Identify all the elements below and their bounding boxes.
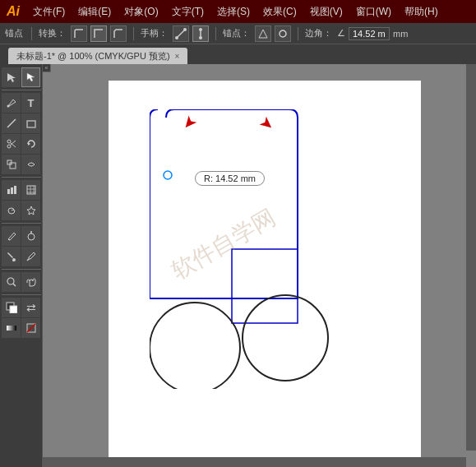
- tool-row-4: [2, 134, 40, 154]
- tool-row-5: [2, 155, 40, 174]
- horizontal-scrollbar[interactable]: [43, 457, 466, 467]
- star-tool-icon: [25, 205, 37, 216]
- anchor-btn-1[interactable]: [255, 25, 271, 42]
- pencil-tool-btn[interactable]: [2, 226, 21, 246]
- svg-line-11: [7, 119, 16, 127]
- paint-bucket-btn[interactable]: [2, 247, 21, 266]
- svg-line-29: [8, 239, 10, 240]
- svg-point-43: [164, 171, 172, 179]
- note-shape-svg: [150, 109, 330, 389]
- graph-tool-icon: [6, 184, 17, 196]
- menu-type[interactable]: 文字(T): [167, 3, 209, 21]
- tool-row-3: [2, 113, 40, 133]
- direct-select-tool-icon: [25, 72, 37, 83]
- paint-bucket-icon: [6, 251, 17, 262]
- panel-collapse-indicator[interactable]: «: [43, 64, 51, 72]
- corner-type-btn-3[interactable]: [110, 25, 127, 42]
- tool-row-10: [2, 272, 40, 292]
- corner-radius-input[interactable]: [349, 27, 390, 40]
- anchor2-label: 锚点：: [223, 27, 250, 39]
- warp-tool-btn[interactable]: [21, 155, 40, 174]
- svg-point-10: [7, 105, 9, 108]
- tool-row-9: [2, 247, 40, 266]
- svg-point-4: [199, 36, 202, 39]
- star-tool-btn[interactable]: [21, 201, 40, 220]
- eyedropper-btn[interactable]: [21, 247, 40, 266]
- corner-type-icon-2: [93, 28, 104, 39]
- title-bar: Ai 文件(F) 编辑(E) 对象(O) 文字(T) 选择(S) 效果(C) 视…: [0, 0, 476, 23]
- canvas-area: ➤ ➤ R: 14.52 mm 软件自学网 «: [43, 64, 476, 467]
- rotate-tool-btn[interactable]: [21, 134, 40, 154]
- svg-point-2: [183, 28, 187, 31]
- grid-tool-btn[interactable]: [21, 180, 40, 200]
- tool-sep-4: [2, 269, 41, 270]
- rotate-tool-icon: [25, 138, 37, 150]
- svg-point-41: [150, 303, 240, 389]
- tool-row-7: [2, 201, 40, 220]
- none-fill-icon: [25, 322, 37, 334]
- menu-select[interactable]: 选择(S): [212, 3, 255, 21]
- tool-sep-2: [2, 177, 41, 178]
- document-tab[interactable]: 未标题-1* @ 100% (CMYK/GPU 预览) ×: [8, 48, 187, 64]
- anchor-label: 锚点: [5, 27, 23, 39]
- svg-rect-22: [14, 186, 16, 194]
- fill-icon: [6, 302, 17, 313]
- anchor-btn-2[interactable]: [275, 25, 291, 42]
- gradient-icon: [6, 322, 17, 334]
- svg-point-1: [175, 36, 178, 39]
- pencil-tool-icon: [6, 230, 17, 242]
- svg-point-13: [7, 145, 11, 148]
- options-toolbar: 锚点 转换： 手柄： 锚点：: [0, 23, 476, 44]
- scale-tool-btn[interactable]: [2, 155, 21, 174]
- swap-fill-stroke-btn[interactable]: ⇄: [21, 298, 40, 317]
- svg-marker-17: [28, 142, 30, 146]
- svg-line-34: [13, 284, 16, 286]
- graph-tool-btn[interactable]: [2, 180, 21, 200]
- vertical-scrollbar[interactable]: [466, 64, 476, 451]
- svg-point-5: [199, 28, 202, 31]
- rect-tool-btn[interactable]: [21, 113, 40, 133]
- tab-close-btn[interactable]: ×: [175, 52, 180, 61]
- svg-rect-36: [10, 306, 17, 313]
- zoom-tool-btn[interactable]: [2, 272, 21, 292]
- svg-rect-21: [11, 187, 13, 194]
- transform-label: 转换：: [39, 27, 66, 39]
- none-fill-btn[interactable]: [21, 318, 40, 338]
- corner-type-btn-2[interactable]: [90, 25, 107, 42]
- scissors-tool-btn[interactable]: [2, 134, 21, 154]
- select-tool-icon: [6, 72, 17, 83]
- toolbar-separator-1: [31, 27, 32, 40]
- menu-edit[interactable]: 编辑(E): [73, 3, 116, 21]
- type-tool-btn[interactable]: T: [21, 93, 40, 113]
- menu-view[interactable]: 视图(V): [305, 3, 348, 21]
- anchor-icon-2: [277, 28, 289, 39]
- menu-object[interactable]: 对象(O): [119, 3, 163, 21]
- scissors-tool-icon: [6, 138, 17, 150]
- direct-select-tool-btn[interactable]: [21, 67, 40, 87]
- blob-brush-btn[interactable]: [21, 226, 40, 246]
- svg-point-30: [28, 234, 35, 240]
- svg-point-14: [7, 140, 11, 143]
- hand-tool-btn[interactable]: [21, 272, 40, 292]
- svg-line-0: [177, 30, 185, 38]
- fill-btn[interactable]: [2, 298, 21, 317]
- gradient-btn[interactable]: [2, 318, 21, 338]
- toolbox: T: [0, 64, 43, 467]
- edge-label: 边角：: [305, 27, 332, 39]
- blob-brush-icon: [25, 230, 37, 242]
- menu-effect[interactable]: 效果(C): [258, 3, 302, 21]
- menu-help[interactable]: 帮助(H): [400, 3, 443, 21]
- svg-point-33: [7, 278, 14, 284]
- handle-btn-1[interactable]: [173, 25, 189, 42]
- svg-rect-12: [27, 121, 35, 127]
- menu-window[interactable]: 窗口(W): [351, 3, 396, 21]
- corner-type-btn-1[interactable]: [71, 25, 87, 42]
- spiral-tool-btn[interactable]: [2, 201, 21, 220]
- menu-file[interactable]: 文件(F): [28, 3, 70, 21]
- svg-rect-20: [7, 189, 10, 194]
- handle-btn-2[interactable]: [192, 25, 209, 42]
- pen-tool-btn[interactable]: [2, 93, 21, 113]
- radius-value: R: 14.52 mm: [204, 173, 256, 183]
- line-tool-btn[interactable]: [2, 113, 21, 133]
- select-tool-btn[interactable]: [2, 67, 21, 87]
